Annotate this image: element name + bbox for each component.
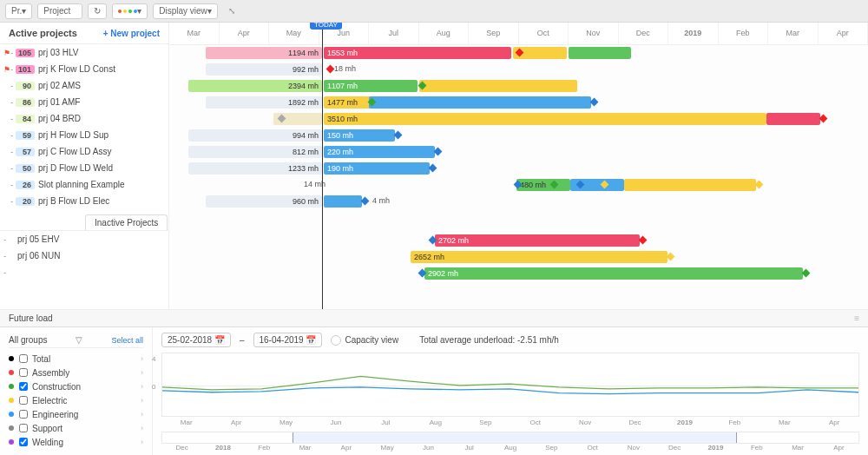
milestone-diamond[interactable] [590,98,599,107]
group-checkbox[interactable] [19,438,28,446]
group-checkbox[interactable] [19,424,28,432]
milestone-diamond[interactable] [755,181,764,189]
project-row[interactable]: -57prj C Flow LD Assy [0,143,168,160]
gantt-bar[interactable] [624,179,756,191]
gantt-bar[interactable]: 994 mh [188,129,322,142]
color-legend-dropdown[interactable]: ▾ [112,3,148,19]
refresh-button[interactable]: ↻ [88,3,107,19]
gantt-row[interactable]: 2902 mh [169,266,868,282]
gantt-bar[interactable]: 812 mh [188,146,322,158]
gantt-row[interactable]: 2652 mh [169,249,868,266]
cursor-tool-button[interactable]: ⤡ [223,3,240,19]
gantt-bar[interactable]: 960 mh [206,195,322,208]
milestone-diamond[interactable] [667,253,675,261]
funnel-icon[interactable]: ▽ [76,335,82,345]
project-row[interactable]: ⚑-105prj 03 HLV [0,44,168,61]
project-row[interactable]: - [0,264,168,280]
project-row[interactable]: -26Slot planning Example [0,176,168,193]
bar-label: 4 mh [372,196,407,205]
gantt-inactive[interactable]: 2702 mh2652 mh2902 mh [169,233,868,282]
group-filter-row[interactable]: Engineering› [9,407,143,421]
gantt-row[interactable]: 992 mh18 mh [169,62,868,78]
pr-dropdown[interactable]: Pr. ▾ [5,3,32,19]
underload-label: Total average underload: -2.51 mh/h [419,335,559,345]
project-dropdown[interactable]: Project [37,3,82,19]
gantt-active[interactable]: 1194 mh1553 mh992 mh18 mh2394 mh1107 mh1… [169,45,868,210]
group-checkbox[interactable] [19,410,28,419]
gantt-bar[interactable]: 1107 mh [324,80,418,92]
group-checkbox[interactable] [19,396,28,405]
gantt-bar[interactable]: 2902 mh [424,267,803,280]
milestone-diamond[interactable] [802,269,811,278]
group-filter-row[interactable]: Welding› [9,435,143,449]
select-all-button[interactable]: Select all [111,336,143,345]
load-chart[interactable]: 4 0 [161,353,859,417]
group-checkbox[interactable] [19,354,28,363]
gantt-bar[interactable]: 2394 mh [188,80,322,92]
project-row[interactable]: -86prj 01 AMF [0,94,168,110]
project-row[interactable]: -20prj B Flow LD Elec [0,193,168,209]
project-row[interactable]: ⚑-101prj K Flow LD Const [0,61,168,77]
group-checkbox[interactable] [19,368,28,377]
gantt-bar[interactable]: 1233 mh [188,162,322,175]
milestone-diamond[interactable] [434,148,443,156]
time-scrubber[interactable] [161,432,859,444]
milestone-diamond[interactable] [394,131,403,140]
gantt-bar[interactable] [569,47,631,59]
gantt-row[interactable]: 960 mh4 mh [169,194,868,210]
group-filter-row[interactable]: Total› [9,352,143,366]
gantt-bar[interactable] [419,80,577,92]
gantt-row[interactable]: 812 mh220 mh [169,144,868,161]
active-projects-header: Active projects + New project [0,23,168,44]
project-row[interactable]: -prj 06 NUN [0,247,168,264]
gantt-row[interactable]: 994 mh150 mh [169,128,868,144]
milestone-diamond[interactable] [429,164,437,173]
milestone-diamond[interactable] [361,197,370,206]
gantt-bar[interactable] [766,113,820,125]
group-filter-row[interactable]: Elelectric› [9,393,143,407]
group-filter-row[interactable]: Support› [9,421,143,435]
gantt-bar[interactable]: 1892 mh [206,96,322,109]
gantt-bar[interactable]: 150 mh [324,129,395,142]
project-row[interactable]: -90prj 02 AMS [0,77,168,94]
gantt-row[interactable]: 1233 mh190 mh [169,161,868,177]
gantt-row[interactable]: 2394 mh1107 mh [169,78,868,95]
gantt-row[interactable]: 1194 mh1553 mh [169,45,868,62]
milestone-diamond[interactable] [326,65,335,74]
load-chart-panel: 25-02-2018 📅 – 16-04-2019 📅 Capacity vie… [153,327,868,455]
date-from-input[interactable]: 25-02-2018 📅 [161,333,231,347]
group-checkbox[interactable] [19,382,28,391]
gantt-bar[interactable]: 1553 mh [324,47,511,59]
gantt-row[interactable]: 502 mh3510 mh [169,111,868,128]
gantt-bar[interactable]: 220 mh [324,146,435,158]
gantt-bar[interactable]: 2652 mh [411,251,667,263]
future-load-header: Future load ≡ [0,309,868,326]
gantt-bar[interactable] [369,96,591,109]
date-to-input[interactable]: 16-04-2019 📅 [253,333,323,347]
group-filter-row[interactable]: Assembly› [9,366,143,379]
project-row[interactable]: -84prj 04 BRD [0,110,168,127]
bar-label: 18 mh [334,64,369,73]
gantt-bar[interactable]: 480 mh [516,179,570,191]
gantt-bar[interactable]: 2702 mh [435,234,640,247]
project-row[interactable]: -50prj D Flow LD Weld [0,160,168,176]
milestone-diamond[interactable] [639,236,648,245]
gantt-bar[interactable] [324,195,362,208]
display-view-dropdown[interactable]: Display view ▾ [153,3,218,19]
project-row[interactable]: -prj 05 EHV [0,231,168,247]
gantt-row[interactable]: 2702 mh [169,233,868,249]
capacity-view-toggle[interactable]: Capacity view [331,335,398,346]
new-project-button[interactable]: + New project [103,29,160,38]
gantt-bar[interactable]: 3510 mh [324,113,766,125]
milestone-diamond[interactable] [819,115,828,123]
gantt-bar[interactable]: 190 mh [324,162,430,175]
project-row[interactable]: -59prj H Flow LD Sup [0,127,168,143]
collapse-icon[interactable]: ≡ [854,313,859,323]
inactive-projects-tab[interactable]: Inactive Projects [85,214,168,230]
group-filter-row[interactable]: Construction› [9,379,143,393]
gantt-bar[interactable]: 1194 mh [206,47,322,59]
gantt-row[interactable]: 1892 mh1477 mh [169,95,868,111]
timeline-header: MarAprMayJunJulAugSepOctNovDec2019FebMar… [169,23,868,45]
gantt-bar[interactable]: 992 mh [206,63,322,76]
gantt-row[interactable]: 14 mh480 mh [169,177,868,194]
